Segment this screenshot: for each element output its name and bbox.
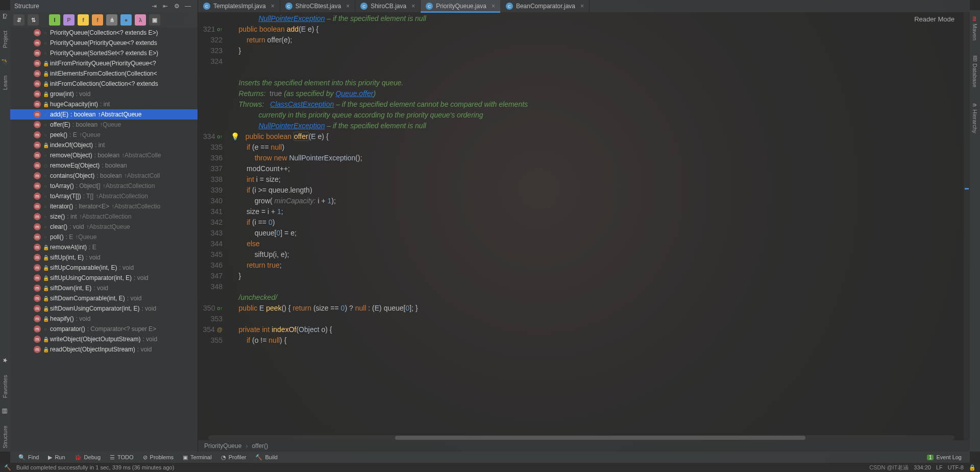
todo-button[interactable]: ☰ TODO: [106, 452, 138, 463]
structure-item[interactable]: m🔒removeAt(int): E: [10, 242, 198, 252]
code-editor[interactable]: 321o↑322323324334o↑335336337338339340341…: [198, 12, 970, 440]
line-number[interactable]: 337: [198, 163, 226, 174]
database-tab[interactable]: 🗄 Database: [971, 53, 979, 90]
code-line[interactable]: if (i >= queue.length): [231, 185, 970, 196]
structure-item[interactable]: m○toArray(): Object[] ↑AbstractCollectio…: [10, 181, 198, 191]
line-number[interactable]: 321o↑: [198, 24, 226, 35]
maven-tab[interactable]: mMaven: [971, 13, 979, 43]
code-line[interactable]: modCount++;: [231, 163, 970, 174]
project-tab[interactable]: Project: [1, 28, 9, 51]
override-gutter-icon[interactable]: o↑: [217, 24, 223, 35]
line-number[interactable]: 355: [198, 335, 226, 346]
line-number[interactable]: 344: [198, 239, 226, 249]
structure-item[interactable]: m🔒grow(int): void: [10, 89, 198, 99]
structure-item[interactable]: m🔒readObject(ObjectInputStream): void: [10, 344, 198, 355]
error-stripe[interactable]: [964, 12, 970, 440]
code-line[interactable]: [231, 67, 970, 78]
line-number[interactable]: 345: [198, 249, 226, 260]
line-number[interactable]: 353: [198, 314, 226, 324]
line-sep[interactable]: LF: [936, 464, 943, 470]
code-line[interactable]: Inserts the specified element into this …: [231, 78, 970, 88]
structure-item[interactable]: m◌removeEq(Object): boolean: [10, 160, 198, 171]
line-number[interactable]: 350o↑: [198, 303, 226, 314]
filter-icon-7[interactable]: λ: [135, 14, 146, 26]
line-number[interactable]: 342: [198, 217, 226, 228]
structure-item[interactable]: m🔒siftDownUsingComparator(int, E): void: [10, 303, 198, 314]
caret-position[interactable]: 334:20: [914, 464, 931, 470]
structure-item[interactable]: m○size(): int ↑AbstractCollection: [10, 211, 198, 222]
line-number[interactable]: 336: [198, 153, 226, 163]
find-button[interactable]: 🔍 Find: [14, 452, 43, 463]
code-line[interactable]: int i = size;: [231, 174, 970, 185]
structure-list[interactable]: m○PriorityQueue(Collection<? extends E>)…: [10, 28, 198, 452]
structure-item[interactable]: m🔒siftUpComparable(int, E): void: [10, 263, 198, 273]
line-number[interactable]: 322: [198, 35, 226, 45]
favorites-tab[interactable]: Favorites: [1, 372, 9, 401]
structure-item[interactable]: m🔒initFromPriorityQueue(PriorityQueue<?: [10, 58, 198, 68]
code-line[interactable]: [231, 56, 970, 67]
structure-item[interactable]: m○iterator(): Iterator<E> ↑AbstractColle…: [10, 201, 198, 211]
editor-tab[interactable]: CShiroCBtest.java×: [280, 0, 355, 12]
line-number[interactable]: 346: [198, 260, 226, 271]
line-number[interactable]: 334o↑: [198, 131, 226, 142]
fav-icon[interactable]: ★: [2, 358, 9, 365]
filter-icon-8[interactable]: ▣: [149, 14, 160, 26]
code-line[interactable]: Returns: true (as specified by Queue.off…: [231, 88, 970, 99]
structure-item[interactable]: m○offer(E): boolean ↑Queue: [10, 120, 198, 130]
editor-tab[interactable]: CBeanComparator.java×: [501, 0, 590, 12]
structure-item[interactable]: m○contains(Object): boolean ↑AbstractCol…: [10, 171, 198, 181]
line-number[interactable]: 341: [198, 206, 226, 217]
code-line[interactable]: queue[0] = e;: [231, 228, 970, 239]
override-gutter-icon[interactable]: o↑: [217, 303, 223, 314]
line-number[interactable]: [198, 78, 226, 88]
structure-item[interactable]: m🔒siftDownComparable(int, E): void: [10, 293, 198, 303]
filter-icon-2[interactable]: P: [63, 14, 75, 26]
structure-item[interactable]: m○PriorityQueue(PriorityQueue<? extends: [10, 38, 198, 48]
structure-item[interactable]: m🔒heapify(): void: [10, 314, 198, 324]
learn-tab[interactable]: Learn: [1, 73, 9, 93]
breadcrumbs[interactable]: PriorityQueue › offer(): [198, 440, 970, 452]
code-line[interactable]: [231, 281, 970, 292]
structure-icon[interactable]: ▤: [2, 408, 9, 415]
code-line[interactable]: if (i == 0): [231, 217, 970, 228]
code-line[interactable]: if (o != null) {: [231, 335, 970, 346]
line-number[interactable]: [198, 121, 226, 131]
line-number[interactable]: 354@: [198, 324, 226, 335]
hide-icon[interactable]: —: [182, 1, 193, 12]
code-line[interactable]: siftUp(i, e);: [231, 249, 970, 260]
horizontal-scrollbar[interactable]: [208, 435, 954, 440]
structure-item[interactable]: m🔒siftUpUsingComparator(int, E): void: [10, 273, 198, 283]
close-icon[interactable]: ×: [269, 3, 275, 10]
line-number[interactable]: [198, 88, 226, 99]
structure-item[interactable]: m🔒initElementsFromCollection(Collection<: [10, 68, 198, 79]
close-icon[interactable]: ×: [489, 3, 495, 10]
structure-item[interactable]: m🔒siftUp(int, E): void: [10, 252, 198, 263]
structure-item[interactable]: m🔒initFromCollection(Collection<? extend…: [10, 79, 198, 89]
code-line[interactable]: throw new NullPointerException();: [231, 153, 970, 163]
line-number[interactable]: [198, 292, 226, 303]
sort-alpha-icon[interactable]: ⇵: [13, 14, 24, 26]
line-number[interactable]: 324: [198, 56, 226, 67]
lock-icon[interactable]: 🔒: [969, 464, 976, 471]
line-number[interactable]: [198, 67, 226, 78]
structure-item[interactable]: m○PriorityQueue(Collection<? extends E>): [10, 28, 198, 38]
annotation-gutter-icon[interactable]: @: [217, 324, 223, 335]
event-log-button[interactable]: 1 Event Log: [923, 452, 966, 463]
structure-item[interactable]: m○poll(): E ↑Queue: [10, 232, 198, 242]
code-line[interactable]: return offer(e);: [231, 35, 970, 45]
structure-item[interactable]: m🔒indexOf(Object): int: [10, 140, 198, 150]
editor-tab[interactable]: CPriorityQueue.java×: [421, 0, 501, 12]
close-icon[interactable]: ×: [578, 3, 584, 10]
terminal-button[interactable]: ▣ Terminal: [179, 452, 216, 463]
filter-icon-1[interactable]: I: [49, 14, 60, 26]
line-number[interactable]: 338: [198, 174, 226, 185]
structure-item[interactable]: m○peek(): E ↑Queue: [10, 130, 198, 140]
reader-mode-toggle[interactable]: Reader Mode: [914, 15, 954, 23]
expand-icon[interactable]: ⇤: [160, 1, 171, 12]
profiler-button[interactable]: ◔ Profiler: [217, 452, 251, 463]
code-line[interactable]: /unchecked/: [231, 292, 970, 303]
editor-tab[interactable]: CTemplatesImpl.java×: [198, 0, 280, 12]
structure-tab[interactable]: Structure: [1, 422, 9, 452]
code-line[interactable]: size = i + 1;: [231, 206, 970, 217]
code-line[interactable]: return true;: [231, 260, 970, 271]
